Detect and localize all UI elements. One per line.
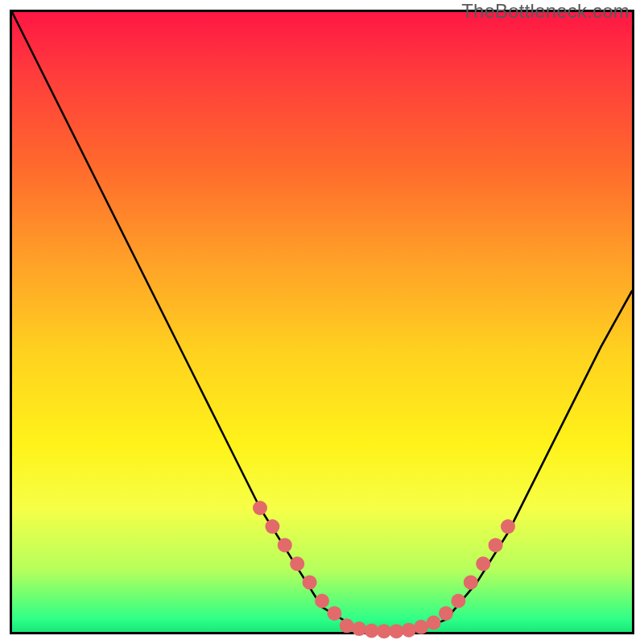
highlight-dot: [315, 594, 329, 609]
highlight-dot: [303, 575, 317, 589]
highlight-dot: [402, 623, 416, 638]
dots-layer: [253, 501, 515, 638]
highlight-dot: [327, 606, 341, 621]
highlight-dot: [476, 556, 490, 571]
bottleneck-chart: TheBottleneck.com: [0, 0, 644, 644]
highlight-dot: [501, 519, 515, 534]
highlight-dot: [253, 501, 267, 515]
plot-area: [10, 10, 634, 634]
highlight-dot: [278, 538, 292, 552]
chart-svg: [12, 12, 632, 632]
highlight-dot: [389, 624, 403, 638]
highlight-dot: [290, 556, 304, 571]
highlight-dot: [464, 575, 478, 589]
highlight-dot: [377, 624, 391, 638]
highlight-dot: [427, 616, 441, 630]
bottleneck-curve-path: [12, 12, 632, 632]
highlight-dot: [365, 624, 379, 638]
watermark-label: TheBottleneck.com: [461, 0, 630, 23]
highlight-dot: [265, 519, 279, 534]
highlight-dot: [352, 621, 366, 636]
highlight-dot: [489, 538, 503, 552]
highlight-dot: [439, 606, 453, 621]
curve-layer: [12, 12, 632, 632]
highlight-dot: [451, 594, 465, 609]
highlight-dot: [340, 618, 354, 633]
highlight-dot: [414, 620, 428, 634]
